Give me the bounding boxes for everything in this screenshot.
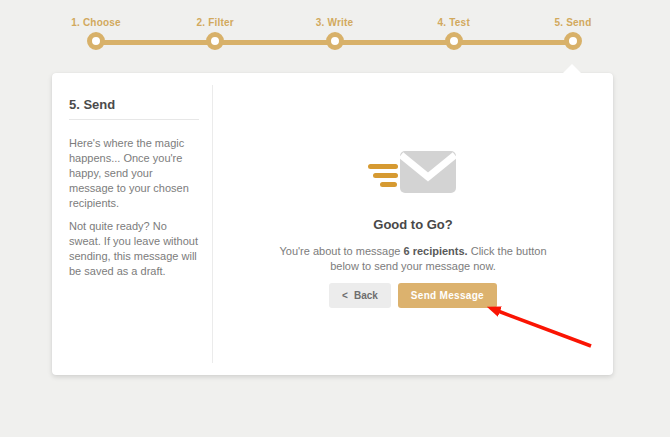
- stepper-step-filter[interactable]: 2. Filter: [175, 17, 255, 50]
- chevron-left-icon: <: [342, 290, 348, 301]
- action-button-row: < Back Send Message: [213, 283, 613, 308]
- step-label: 2. Filter: [197, 17, 234, 28]
- send-wizard-screen: 1. Choose 2. Filter 3. Write 4. Test 5. …: [0, 0, 670, 437]
- send-message-button[interactable]: Send Message: [398, 283, 497, 308]
- sidebar-divider: [69, 119, 199, 120]
- step-circle-icon: [326, 32, 344, 50]
- confirmation-text-prefix: You're about to message: [279, 245, 403, 257]
- step-circle-icon: [564, 32, 582, 50]
- recipient-count: 6 recipients.: [403, 245, 467, 257]
- send-confirmation-area: Good to Go? You're about to message 6 re…: [213, 73, 613, 375]
- stepper-step-send[interactable]: 5. Send: [533, 17, 613, 50]
- step-circle-icon: [87, 32, 105, 50]
- step-description-sidebar: 5. Send Here's where the magic happens..…: [69, 97, 199, 287]
- send-step-panel: 5. Send Here's where the magic happens..…: [52, 73, 613, 375]
- step-label: 4. Test: [438, 17, 470, 28]
- back-button[interactable]: < Back: [329, 283, 391, 308]
- stepper-step-test[interactable]: 4. Test: [414, 17, 494, 50]
- stepper-step-write[interactable]: 3. Write: [295, 17, 375, 50]
- back-button-label: Back: [354, 290, 378, 301]
- step-label: 1. Choose: [71, 17, 121, 28]
- stepper-step-choose[interactable]: 1. Choose: [56, 17, 136, 50]
- confirmation-text: You're about to message 6 recipients. Cl…: [278, 244, 548, 274]
- progress-stepper: 1. Choose 2. Filter 3. Write 4. Test 5. …: [56, 17, 613, 57]
- send-button-label: Send Message: [411, 290, 484, 301]
- sidebar-paragraph: Here's where the magic happens... Once y…: [69, 136, 199, 211]
- step-circle-icon: [206, 32, 224, 50]
- confirmation-heading: Good to Go?: [213, 217, 613, 232]
- panel-pointer-notch: [563, 64, 581, 73]
- step-label: 3. Write: [316, 17, 354, 28]
- step-circle-icon: [445, 32, 463, 50]
- sidebar-title: 5. Send: [69, 97, 199, 112]
- send-envelope-icon: [213, 73, 613, 196]
- step-label: 5. Send: [555, 17, 592, 28]
- sidebar-paragraph: Not quite ready? No sweat. If you leave …: [69, 219, 199, 279]
